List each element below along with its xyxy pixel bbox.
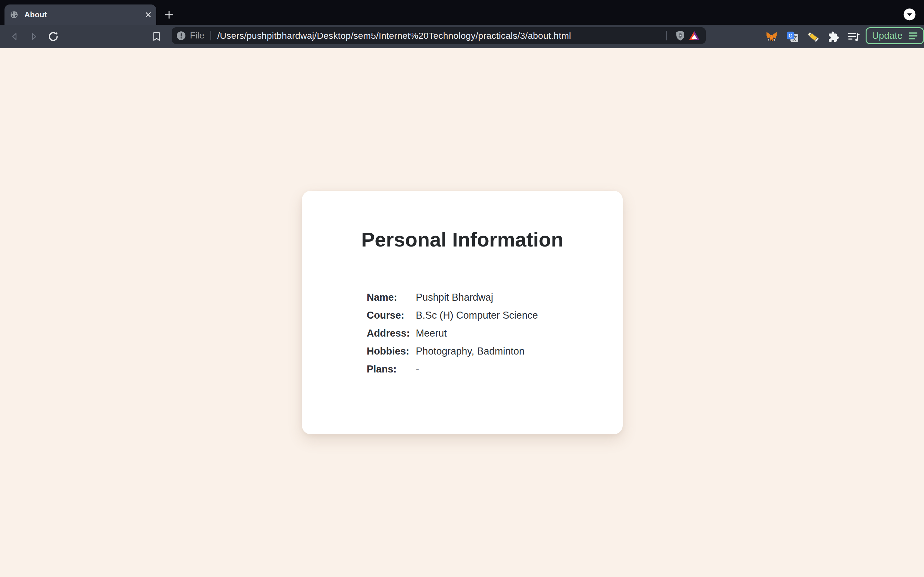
tab-close-icon[interactable] — [144, 10, 153, 19]
brave-shield-icon[interactable] — [673, 29, 687, 43]
info-row-hobbies: Hobbies: Photography, Badminton — [367, 342, 597, 360]
update-menu-button[interactable]: Update — [866, 27, 924, 44]
reload-icon[interactable] — [47, 31, 59, 42]
tab-about[interactable]: About — [5, 5, 156, 25]
site-info-icon[interactable] — [176, 31, 186, 40]
url-text[interactable]: /Users/pushpitbhardwaj/Desktop/sem5/Inte… — [217, 31, 666, 41]
field-label: Name: — [367, 292, 416, 303]
info-row-address: Address: Meerut — [367, 324, 597, 342]
globe-icon — [10, 11, 18, 19]
field-value: Photography, Badminton — [416, 346, 525, 357]
puzzle-extensions-icon[interactable] — [827, 30, 840, 44]
info-field-list: Name: Pushpit Bhardwaj Course: B.Sc (H) … — [367, 288, 597, 378]
url-scheme-label: File — [190, 31, 204, 41]
metamask-fox-icon[interactable] — [765, 30, 779, 44]
highlighter-icon[interactable] — [806, 30, 820, 44]
address-bar[interactable]: File /Users/pushpitbhardwaj/Desktop/sem5… — [172, 27, 706, 44]
field-label: Plans: — [367, 364, 416, 375]
field-value: Pushpit Bhardwaj — [416, 292, 493, 303]
browser-toolbar: File /Users/pushpitbhardwaj/Desktop/sem5… — [0, 25, 924, 48]
playlist-music-icon[interactable] — [847, 30, 861, 44]
hamburger-menu-icon — [908, 32, 918, 40]
page-title: Personal Information — [302, 191, 623, 251]
address-bar-divider — [666, 31, 667, 40]
bookmark-icon[interactable] — [151, 31, 162, 42]
address-bar-divider — [210, 31, 211, 40]
tab-title: About — [24, 10, 47, 19]
web-page-content: Personal Information Name: Pushpit Bhard… — [0, 48, 924, 577]
personal-info-card: Personal Information Name: Pushpit Bhard… — [302, 191, 623, 434]
tab-menu-chevron-icon[interactable] — [903, 8, 916, 21]
field-value: Meerut — [416, 327, 447, 339]
forward-button[interactable] — [28, 31, 39, 42]
svg-text:G: G — [788, 33, 792, 39]
field-value: B.Sc (H) Computer Science — [416, 309, 538, 321]
info-row-course: Course: B.Sc (H) Computer Science — [367, 306, 597, 324]
new-tab-button[interactable] — [163, 9, 175, 21]
field-label: Address: — [367, 327, 416, 339]
field-label: Course: — [367, 309, 416, 321]
update-label: Update — [872, 31, 903, 41]
info-row-name: Name: Pushpit Bhardwaj — [367, 288, 597, 306]
back-button[interactable] — [9, 31, 21, 42]
info-row-plans: Plans: - — [367, 360, 597, 378]
google-translate-icon[interactable]: G — [786, 30, 799, 44]
tab-strip: About — [0, 0, 924, 25]
bat-triangle-icon[interactable] — [687, 29, 701, 43]
field-label: Hobbies: — [367, 346, 416, 357]
field-value: - — [416, 364, 419, 375]
browser-window: About — [0, 0, 924, 577]
